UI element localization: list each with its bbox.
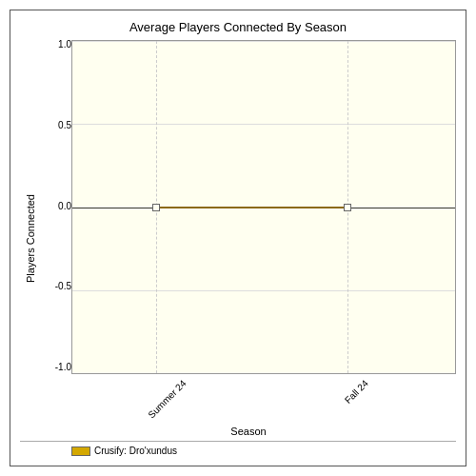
plot-area-wrapper: 1.00.50.0-0.5-1.0 bbox=[41, 40, 456, 374]
grid-h-line bbox=[72, 41, 455, 42]
y-tick: 1.0 bbox=[58, 40, 71, 50]
legend-label: Crusify: Dro'xundus bbox=[94, 446, 177, 456]
legend-area: Crusify: Dro'xundus bbox=[20, 441, 456, 456]
grid-h-line bbox=[72, 124, 455, 125]
y-ticks: 1.00.50.0-0.5-1.0 bbox=[41, 40, 71, 374]
x-tick: Fall 24 bbox=[343, 378, 370, 406]
x-tick: Summer 24 bbox=[146, 378, 188, 420]
x-axis-label-row: Season bbox=[41, 426, 456, 437]
chart-container: Average Players Connected By Season Play… bbox=[10, 10, 466, 466]
legend-swatch bbox=[71, 446, 90, 456]
y-tick: -1.0 bbox=[55, 363, 71, 372]
grid-h-line bbox=[72, 290, 455, 291]
data-line bbox=[156, 207, 347, 208]
data-point bbox=[152, 204, 160, 211]
chart-title: Average Players Connected By Season bbox=[129, 20, 347, 34]
x-ticks: Summer 24Fall 24 bbox=[71, 374, 456, 424]
y-tick: 0.5 bbox=[58, 121, 71, 130]
data-point bbox=[344, 204, 351, 211]
chart-inner: 1.00.50.0-0.5-1.0 Summer 24Fall 24 Seaso… bbox=[41, 40, 456, 437]
y-axis-label: Players Connected bbox=[20, 40, 41, 437]
x-axis-label: Season bbox=[230, 426, 266, 437]
y-tick: -0.5 bbox=[55, 282, 71, 291]
plot-area bbox=[71, 40, 456, 374]
y-tick: 0.0 bbox=[58, 202, 71, 211]
chart-body: Players Connected 1.00.50.0-0.5-1.0 Summ… bbox=[20, 40, 456, 437]
x-ticks-row: Summer 24Fall 24 bbox=[41, 374, 456, 424]
legend-item: Crusify: Dro'xundus bbox=[71, 446, 177, 456]
